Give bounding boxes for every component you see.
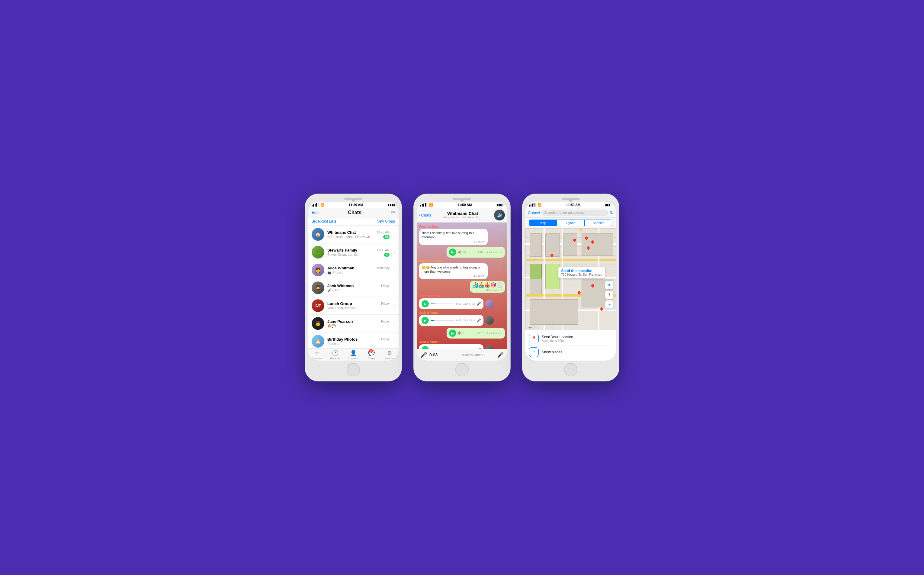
tab-chats[interactable]: 💬 2 Chats: [362, 350, 381, 360]
home-button-3[interactable]: [564, 363, 577, 376]
map-type-map[interactable]: Map: [529, 219, 557, 226]
chat-preview-row-lunch: You: Great, thanks!: [327, 306, 389, 310]
home-button-2[interactable]: [456, 363, 468, 376]
map-area[interactable]: Send this location 720 Howard St, San Fr…: [526, 228, 616, 330]
nav-bar-chats: Edit Chats ✏: [308, 208, 398, 218]
emoji-time: 11:42 AM: [485, 288, 497, 291]
play-jack-2[interactable]: ▶: [422, 346, 429, 349]
jack-avatar-2: [485, 345, 494, 349]
chevron-icon-jane: ›: [394, 321, 395, 326]
chats-tab-badge: 2: [369, 349, 373, 353]
tab-recents[interactable]: 🕐 Recents: [326, 350, 344, 360]
cancel-button[interactable]: Cancel: [528, 211, 540, 215]
send-location-row[interactable]: 📍 Send Your Location Accurate to 10m: [529, 332, 612, 345]
mic-icon-red: 🎤: [420, 351, 427, 358]
settings-icon: ⚙: [387, 350, 392, 356]
chat-preview-lunch: You: Great, thanks!: [327, 306, 356, 310]
group-avatar[interactable]: 🏄: [494, 210, 505, 221]
chat-preview-whitmans: Ned: Yeah, I think, I know wh...: [327, 235, 373, 238]
msg-row-emoji: 🏄🚣🎪🎯⬜ 11:42 AM ✓✓: [419, 281, 505, 293]
mic-icon-blue[interactable]: 🎤: [497, 351, 504, 358]
tab-chats-label: Chats: [368, 357, 375, 360]
location-callout[interactable]: Send this location 720 Howard St, San Fr…: [558, 267, 605, 278]
battery-icon-2: ▮▮▮▯: [497, 203, 504, 206]
msg-sender-francis: Francis Whitman: [419, 259, 505, 263]
chat-item-jack[interactable]: 🧔 Jack Whitman Friday 🎤 0:07 ›: [308, 279, 398, 297]
address-search-field[interactable]: Search or enter an address: [542, 210, 608, 216]
chat-avatar-stewarts: 🌿: [312, 246, 324, 259]
msg-row-peter: Peter Whitman Nice! I definitely feel li…: [419, 225, 505, 245]
compose-button[interactable]: ✏: [391, 210, 395, 215]
tab-settings[interactable]: ⚙ Settings: [381, 350, 398, 360]
new-group-button[interactable]: New Group: [376, 219, 395, 224]
map-type-hybrid[interactable]: Hybrid: [557, 219, 584, 226]
map-type-bar: Map Hybrid Satellite: [526, 218, 616, 228]
pin-button[interactable]: 📍: [605, 291, 614, 299]
chat-time-birthday: Friday: [381, 338, 389, 341]
msg-row-audio-out-1: ▶ 0:09: [419, 247, 505, 257]
msg-row-alice-audio: Alice Whitman ▶ 0:15 11:42 AM 🎤: [419, 294, 505, 309]
3d-button[interactable]: 3D: [605, 281, 614, 289]
home-button-1[interactable]: [347, 363, 360, 376]
phone-2: 📶 11:50 AM ▮▮▮▯ ‹ Chats Whitmans Chat Al…: [414, 194, 510, 381]
signal-dot-2: [313, 204, 314, 206]
play-button-1[interactable]: ▶: [449, 249, 456, 256]
back-button[interactable]: ‹ Chats: [419, 213, 431, 218]
chat-header-jack: Jack Whitman Friday: [327, 284, 389, 288]
play-jack[interactable]: ▶: [422, 317, 429, 324]
phone-camera: [352, 199, 355, 202]
navigate-button[interactable]: ➤: [605, 300, 614, 309]
play-alice[interactable]: ▶: [422, 300, 429, 307]
audio-wave-2: [458, 330, 476, 336]
refresh-button[interactable]: ↻: [610, 210, 614, 215]
s2: [422, 204, 423, 206]
wb22: [459, 331, 460, 335]
slide-to-cancel: slide to cancel ‹: [452, 353, 495, 357]
chat-item-whitmans[interactable]: 🏠 Whitmans Chat 11:45 AM Ned: Yeah, I th…: [308, 226, 398, 243]
chat-item-alice[interactable]: 👩 Alice Whitman Yesterday 📷 Photo ›: [308, 261, 398, 279]
chat-header-stewarts: Stewarts Family 11:39 AM: [327, 248, 389, 253]
msg-bubble-francis: 😅😆 Anyone who wants to tag along is more…: [419, 263, 487, 280]
msg-row-francis: Francis Whitman 😅😆 Anyone who wants to t…: [419, 259, 505, 280]
chat-item-jane[interactable]: 👩 Jane Pearson Friday 🔥💬 ›: [308, 315, 398, 332]
chat-time-jane: Friday: [381, 320, 389, 323]
chat-item-stewarts[interactable]: 🌿 Stewarts Family 11:39 AM Steve: Great,…: [308, 243, 398, 261]
chat-item-lunch[interactable]: EAT Lunch Group Friday You: Great, thank…: [308, 297, 398, 315]
recents-icon: 🕐: [332, 350, 338, 356]
msg-time-francis: 11:39 PM: [422, 274, 485, 277]
jack-audio-bubble-2: ▶ 0:07 11:47 AM 🎤: [419, 344, 483, 349]
map-type-satellite[interactable]: Satellite: [584, 219, 612, 226]
wb9: [465, 251, 466, 254]
show-places-row[interactable]: ⌃ Show places: [529, 345, 612, 359]
broadcast-lists-link[interactable]: Broadcast Lists: [312, 219, 337, 224]
status-time-2: 11:50 AM: [457, 203, 472, 206]
s3: [423, 203, 424, 206]
s31: [529, 205, 530, 206]
play-out-2[interactable]: ▶: [449, 329, 456, 337]
tab-contacts[interactable]: 👤 Contacts: [344, 350, 362, 360]
jack-duration: 0:32: [456, 319, 461, 322]
emoji-check: ✓✓: [498, 288, 502, 291]
msg-row-jack-audio: Jack Whitman ▶ 0:32 11:43 AM 🎤: [419, 311, 505, 326]
chat-avatar-jane: 👩: [312, 317, 324, 330]
time-1: 11:38 PM: [485, 251, 497, 254]
chat-preview-row-jane: 🔥💬: [327, 324, 389, 328]
time-row-1: 11:38 PM ✓✓: [485, 251, 502, 254]
send-location-text: Send Your Location Accurate to 10m: [542, 335, 573, 343]
signal-3: 📶: [529, 203, 541, 206]
chat-list: 🏠 Whitmans Chat 11:45 AM Ned: Yeah, I th…: [308, 226, 398, 348]
chat-badge-stewarts: 4: [384, 253, 389, 257]
chat-preview-row-alice: 📷 Photo: [327, 271, 389, 275]
tab-contacts-label: Contacts: [348, 357, 359, 360]
chat-item-birthday[interactable]: 🎂 Birthday Photos Friday Francis: ›: [308, 332, 398, 348]
chat-header-jane: Jane Pearson Friday: [327, 319, 389, 324]
battery-icon-3: ▮▮▮▯: [605, 203, 612, 206]
alice-duration: 0:15: [456, 302, 461, 305]
signal-dot-3: [314, 203, 316, 206]
tab-bar-1: ☆ Favorites 🕐 Recents 👤 Contacts 💬 2: [308, 348, 398, 361]
chat-preview-row-stewarts: Steve: Great, thanks! 4: [327, 253, 389, 257]
chat-content-jane: Jane Pearson Friday 🔥💬: [327, 319, 389, 328]
edit-button[interactable]: Edit: [312, 210, 318, 215]
tab-favorites[interactable]: ☆ Favorites: [308, 350, 326, 360]
alice-audio-row: ▶ 0:15 11:42 AM 🎤: [419, 299, 505, 309]
